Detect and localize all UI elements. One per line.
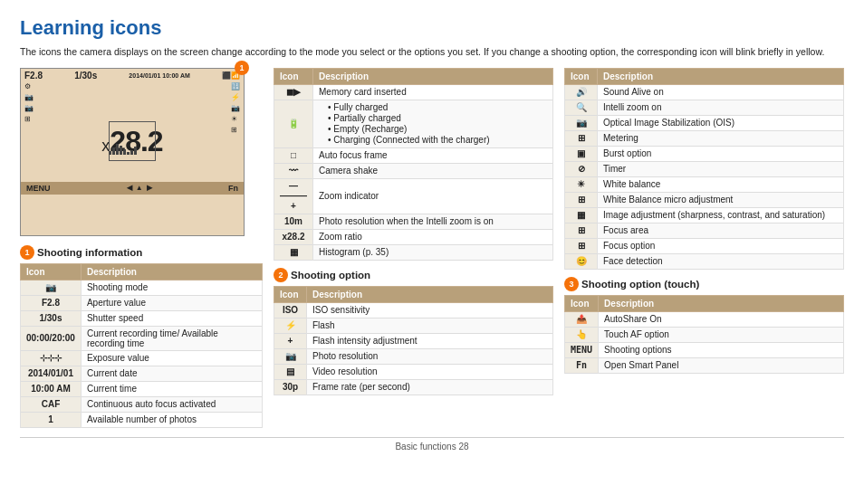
cam-menu-label[interactable]: MENU xyxy=(26,184,51,193)
desc-cell: Open Smart Panel xyxy=(599,357,844,373)
desc-cell: Exposure value xyxy=(81,350,262,366)
table-row: ☀White balance xyxy=(565,176,844,192)
desc-cell: Continuous auto focus activated xyxy=(81,396,262,412)
circle-2: 2 xyxy=(274,268,288,282)
table-row: 〰Camera shake xyxy=(274,163,553,178)
icon-cell: — ——— + xyxy=(274,178,313,214)
table-row: 🔊Sound Alive on xyxy=(565,84,844,100)
icon-cell: Fn xyxy=(565,357,599,373)
table-row: 👆Touch AF option xyxy=(565,327,844,342)
icon-cell: 10m xyxy=(274,214,313,229)
icon-cell: ▦ xyxy=(565,207,598,223)
table-row: 📷Shooting mode xyxy=(21,280,263,295)
table-row: ⊞Metering xyxy=(565,130,844,146)
desc-cell: Fully chargedPartially chargedEmpty (Rec… xyxy=(313,100,553,147)
table-row: 🔋Fully chargedPartially chargedEmpty (Re… xyxy=(274,100,553,147)
table-row: — ——— +Zoom indicator xyxy=(274,178,553,214)
desc-cell: Frame rate (per second) xyxy=(307,379,553,395)
cam-fn-label[interactable]: Fn xyxy=(228,184,238,193)
s3b-col-icon: Icon xyxy=(565,295,599,311)
table-row: ⊞Focus area xyxy=(565,223,844,238)
icon-cell: 🔊 xyxy=(565,84,598,100)
table-row: ⊞White Balance micro adjustment xyxy=(565,192,844,207)
icon-cell: ▦ xyxy=(274,244,313,260)
circle-1b: 1 xyxy=(20,245,34,260)
table-row: 📷Optical Image Stabilization (OIS) xyxy=(565,115,844,130)
camera-preview: F2.8 1/30s 2014/01/01 10:00 AM ⬛📶 ⚙📷📷⊞ 🔢… xyxy=(20,68,245,236)
icon-cell: 1/30s xyxy=(21,310,82,326)
section1-table: Icon Description 📷Shooting modeF2.8Apert… xyxy=(20,263,263,428)
cam-shutter: 1/30s xyxy=(74,71,97,81)
desc-cell: White Balance micro adjustment xyxy=(598,192,844,207)
table-row: 😊Face detection xyxy=(565,253,844,269)
icon-cell: 10:00 AM xyxy=(21,381,82,396)
icon-cell: 30p xyxy=(274,379,307,395)
circle-1: 1 xyxy=(235,61,249,75)
table-row: 📷Photo resolution xyxy=(274,348,553,364)
s2b-col-icon: Icon xyxy=(274,286,307,302)
cam-aperture: F2.8 xyxy=(24,71,43,81)
icon-cell: 😊 xyxy=(565,253,598,269)
table-row: 1Available number of photos xyxy=(21,412,263,427)
table-row: ▤Video resolution xyxy=(274,364,553,379)
icon-cell: ⊞ xyxy=(565,192,598,207)
desc-cell: Current date xyxy=(81,366,262,381)
page-title: Learning icons xyxy=(20,16,844,40)
icon-cell: ⚡ xyxy=(274,318,307,333)
table-row: x28.2Zoom ratio xyxy=(274,229,553,244)
icon-cell: 📷 xyxy=(274,348,307,364)
icon-cell: ⊘ xyxy=(565,161,598,176)
cam-left-icons: ⚙📷📷⊞ xyxy=(24,82,34,123)
section3-title: 3 Shooting option (touch) xyxy=(564,277,844,291)
icon-cell: 〰 xyxy=(274,163,313,178)
table-row: ⊹⊹⊹Exposure value xyxy=(21,350,263,366)
circle-3: 3 xyxy=(564,277,579,291)
desc-cell: Flash xyxy=(307,318,553,333)
desc-cell: Focus area xyxy=(598,223,844,238)
icon-cell: 2014/01/01 xyxy=(21,366,82,381)
intro-text: The icons the camera displays on the scr… xyxy=(20,45,844,59)
icon-cell: ▤ xyxy=(274,364,307,379)
desc-cell: Burst option xyxy=(598,146,844,161)
footer: Basic functions 28 xyxy=(20,437,844,452)
desc-cell: Zoom indicator xyxy=(313,178,553,214)
section3bot-table: Icon Description 📤AutoShare On👆Touch AF … xyxy=(564,295,844,374)
table-row: 🔍Intelli zoom on xyxy=(565,100,844,115)
icon-cell: ⊞ xyxy=(565,238,598,253)
desc-cell: Aperture value xyxy=(81,295,262,310)
icon-cell: ⊞ xyxy=(565,130,598,146)
icon-cell: 📤 xyxy=(565,311,599,327)
desc-cell: Shooting mode xyxy=(81,280,262,295)
desc-cell: Photo resolution when the Intelli zoom i… xyxy=(313,214,553,229)
s1-col-icon: Icon xyxy=(21,263,82,280)
desc-cell: Face detection xyxy=(598,253,844,269)
table-row: FnOpen Smart Panel xyxy=(565,357,844,373)
desc-cell: Metering xyxy=(598,130,844,146)
desc-cell: Touch AF option xyxy=(599,327,844,342)
desc-cell: Available number of photos xyxy=(81,412,262,427)
desc-cell: Shutter speed xyxy=(81,310,262,326)
desc-cell: White balance xyxy=(598,176,844,192)
section2top-table: Icon Description ◼▶Memory card inserted🔋… xyxy=(274,68,553,261)
table-row: ⚡Flash xyxy=(274,318,553,333)
desc-cell: Intelli zoom on xyxy=(598,100,844,115)
table-row: 10mPhoto resolution when the Intelli zoo… xyxy=(274,214,553,229)
icon-cell: x28.2 xyxy=(274,229,313,244)
desc-cell: Optical Image Stabilization (OIS) xyxy=(598,115,844,130)
s2t-col-icon: Icon xyxy=(274,68,313,84)
table-row: +Flash intensity adjustment xyxy=(274,333,553,348)
table-row: □Auto focus frame xyxy=(274,147,553,163)
icon-cell: 1 xyxy=(21,412,82,427)
table-row: ◼▶Memory card inserted xyxy=(274,84,553,100)
icon-cell: 📷 xyxy=(21,280,82,295)
icon-cell: ◼▶ xyxy=(274,84,313,100)
icon-cell: 🔋 xyxy=(274,100,313,147)
icon-cell: CAF xyxy=(21,396,82,412)
section2-title: 2 Shooting option xyxy=(274,268,553,282)
s3t-col-icon: Icon xyxy=(565,68,598,84)
table-row: 📤AutoShare On xyxy=(565,311,844,327)
icon-cell: + xyxy=(274,333,307,348)
icon-cell: MENU xyxy=(565,342,599,357)
desc-cell: Current time xyxy=(81,381,262,396)
s3b-col-desc: Description xyxy=(599,295,844,311)
